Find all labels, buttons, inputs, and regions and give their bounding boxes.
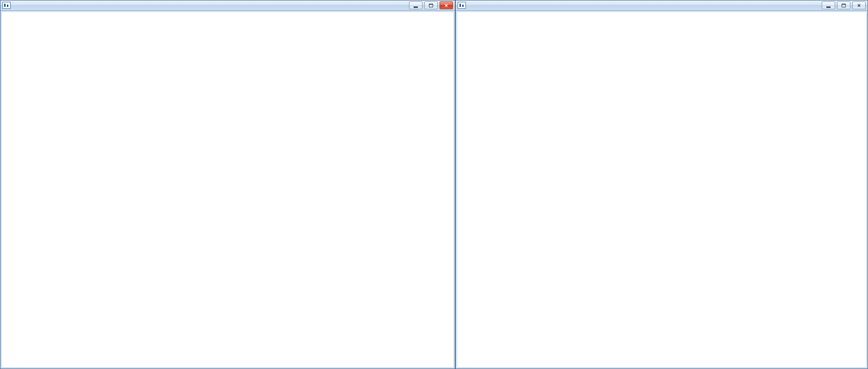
minimize-button[interactable] bbox=[822, 1, 835, 9]
close-button[interactable]: × bbox=[440, 1, 453, 9]
chart-client-area[interactable] bbox=[456, 11, 868, 369]
chart-client-area[interactable] bbox=[0, 11, 455, 369]
chart-window-gbpusd-h4: × bbox=[0, 0, 455, 369]
close-icon: × bbox=[445, 3, 448, 8]
maximize-button[interactable] bbox=[424, 1, 438, 9]
window-titlebar[interactable]: × bbox=[0, 0, 455, 11]
restore-button[interactable] bbox=[837, 1, 850, 9]
close-icon: × bbox=[857, 3, 861, 8]
metatrader-workspace: { "colors":{ "level_green_line":"#7fe07f… bbox=[0, 0, 868, 369]
chart-window-icon bbox=[458, 2, 466, 9]
close-button[interactable]: × bbox=[852, 1, 866, 9]
chart-window-gbpusd-daily: × bbox=[455, 0, 868, 369]
restore-icon bbox=[842, 4, 846, 7]
minimize-icon bbox=[826, 6, 831, 8]
daily-chart-canvas[interactable] bbox=[456, 11, 868, 369]
chart-window-icon bbox=[2, 2, 11, 9]
minimize-icon bbox=[414, 6, 418, 8]
chart-legend bbox=[6, 15, 12, 21]
minimize-button[interactable] bbox=[409, 1, 422, 9]
window-titlebar[interactable]: × bbox=[456, 0, 868, 11]
h4-chart-canvas[interactable] bbox=[0, 11, 456, 369]
maximize-icon bbox=[429, 4, 433, 7]
chart-legend bbox=[461, 15, 467, 21]
